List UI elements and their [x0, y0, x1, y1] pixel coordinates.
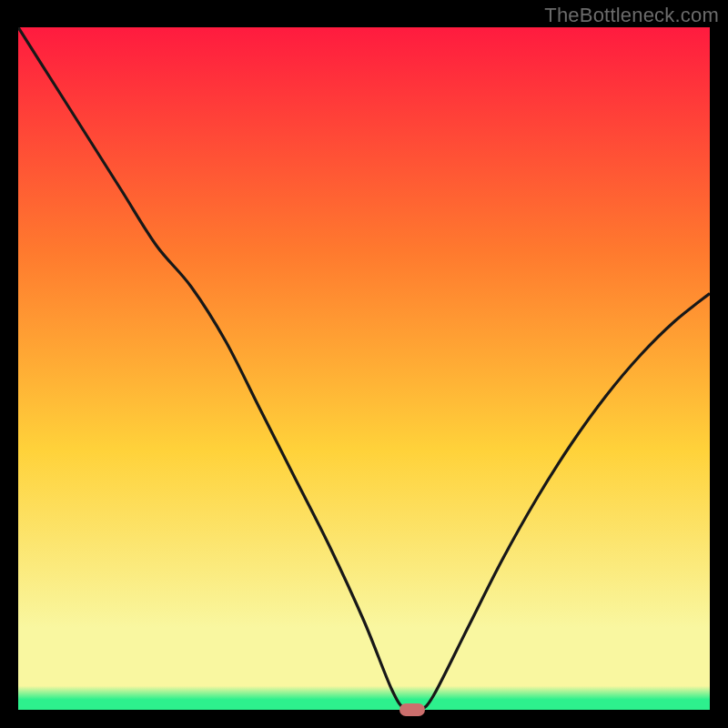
gradient-background [18, 27, 710, 710]
chart-frame: TheBottleneck.com [0, 0, 728, 728]
bottleneck-plot [18, 27, 710, 710]
optimal-point-marker [399, 703, 425, 716]
plot-svg [18, 27, 710, 710]
watermark-text: TheBottleneck.com [544, 4, 719, 27]
